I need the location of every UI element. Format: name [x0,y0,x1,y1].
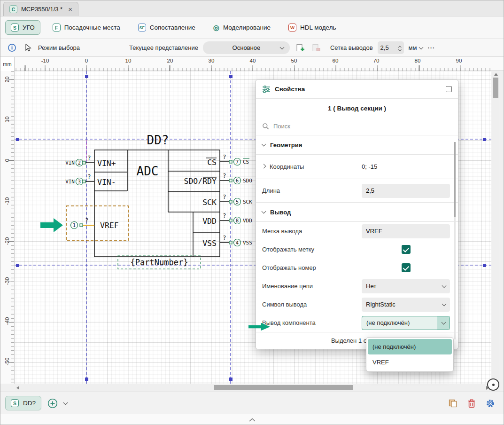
pin-label-sck: SCK [202,198,217,207]
vertical-scrollbar-thumb[interactable] [493,78,498,98]
part-number-label: {PartNumber} [131,258,188,267]
add-view-button[interactable] [295,42,306,54]
delete-view-button [310,42,322,54]
pin-question-mark: ? [87,173,91,180]
symbol-icon: S [11,24,19,31]
chevron-down-icon[interactable] [63,400,68,405]
row-net-naming: Именование цепи Нет [256,277,458,295]
pin-number: 7 [236,159,239,165]
copy-icon[interactable] [447,398,458,409]
float-panel-checkbox[interactable] [446,86,452,92]
tab-ugo[interactable]: S УГО [5,20,40,35]
symbol-body[interactable]: DD? ADC VIN+ VIN- CS SDO/RDY [94,133,220,257]
ruler-tick: 50 [291,58,297,63]
select-mode-label: Режим выбора [38,44,80,51]
section-chip[interactable]: S DD? [5,396,41,410]
selection-title: 1 ( Вывод секции ) [256,99,458,118]
add-section-button[interactable] [47,398,58,409]
ruler-tick: 60 [333,58,339,63]
properties-panel: Свойства 1 ( Вывод секции ) Геометрия Ко… [256,79,458,349]
pin-cs[interactable]: ? 7 CS [220,153,249,165]
delete-icon[interactable] [466,398,477,409]
chevron-right-icon[interactable] [262,164,266,168]
ruler-tick: 0 [85,58,88,63]
length-input[interactable] [362,184,450,198]
row-length: Длина [256,179,458,203]
select-cursor-icon[interactable] [22,42,33,54]
core-label: ADC [137,164,159,178]
pin-grid-stepper[interactable]: 2,5 [378,41,404,54]
pin-label-cs: CS [207,158,217,167]
pin-label-input[interactable] [362,224,450,238]
document-tab-bar: C MCP3550/1/3 * × [0,0,504,16]
tab-simulation-label: Моделирование [223,24,271,31]
ruler-unit-label: mm [0,57,15,71]
coordinates-label: Координаты [270,163,304,170]
row-pin-symbol: Символ вывода RightStatic [256,295,458,314]
settings-gear-icon[interactable] [485,398,496,409]
pin-label-label: Метка вывода [262,228,302,235]
pin-number: 4 [236,240,239,245]
net-naming-select[interactable]: Нет [362,279,450,293]
panel-title: Свойства [275,86,305,93]
ruler-tick: -10 [41,58,49,63]
scroll-left-icon[interactable] [16,386,19,390]
document-tab[interactable]: C MCP3550/1/3 * × [3,2,78,16]
close-tab-icon[interactable]: × [68,5,72,13]
pin-question-mark: ? [223,212,226,219]
vertical-ruler: 20 10 0 -10 -20 -30 -40 -50 [0,71,15,384]
pin-number: 5 [236,199,239,205]
show-label-label: Отображать метку [262,246,314,253]
tab-simulation[interactable]: ◎ Моделирование [208,20,276,35]
section-pin[interactable]: Вывод [256,203,458,222]
pin-symbol-select[interactable]: RightStatic [362,298,450,312]
collapse-panel-handle[interactable] [0,414,504,425]
part-number-attribute[interactable]: {PartNumber} [118,256,201,269]
units-select[interactable]: мм [409,44,423,51]
pin-vin-plus[interactable]: ? 2 VIN [65,154,94,166]
component-pin-dropdown: (не подключён) VREF [366,337,454,372]
component-pin-value: (не подключён) [366,319,410,326]
pin-vdd[interactable]: ? 8 VDD [220,212,252,224]
info-icon[interactable] [6,42,17,54]
vertical-scrollbar[interactable] [492,71,499,392]
pin-vin-minus[interactable]: ? 3 VIN [65,173,94,185]
net-label: VIN [65,179,75,185]
tab-hdl-model[interactable]: W HDL модель [283,20,342,35]
pin-label-vdd: VDD [202,217,217,226]
show-label-checkbox[interactable] [402,245,411,254]
search-input[interactable] [273,123,452,130]
pin-vref-selected[interactable]: ? 1 VREF [66,206,128,241]
component-icon: C [9,5,17,13]
component-pin-select[interactable]: (не подключён) [362,316,450,330]
editor-area: 20 10 0 -10 -20 -30 -40 -50 [0,71,504,392]
scroll-up-icon[interactable] [494,73,498,76]
application-window: C MCP3550/1/3 * × S УГО F Посадочные мес… [0,0,504,425]
dropdown-option-not-connected[interactable]: (не подключён) [368,339,452,354]
pan-button[interactable] [487,378,499,391]
ruler-tick: 30 [209,58,215,63]
tab-mapping[interactable]: SF Сопоставление [132,20,201,35]
section-geometry[interactable]: Геометрия [256,135,458,155]
symbol-icon: S [11,399,19,407]
horizontal-scrollbar[interactable] [15,384,492,392]
pin-label-sdo-rdy: SDO/RDY [184,177,217,186]
current-view-label: Текущее представление [129,44,198,51]
ruler-tick: 20 [167,58,173,63]
chevron-down-icon [442,301,446,306]
horizontal-scrollbar-thumb[interactable] [214,385,353,390]
pin-sck[interactable]: ? 5 SCK [220,193,252,205]
toolbar-overflow-button[interactable]: ··· [427,44,435,51]
component-pin-label: Вывод компонента [262,319,316,326]
length-label: Длина [262,187,280,194]
dropdown-option-vref[interactable]: VREF [368,354,452,370]
section-geometry-title: Геометрия [270,142,302,149]
tab-footprints[interactable]: F Посадочные места [47,20,126,35]
view-select[interactable]: Основное [203,41,290,54]
pin-vss[interactable]: ? 4 VSS [220,234,252,246]
stepper-down-icon[interactable] [398,48,401,51]
pin-sdo-rdy[interactable]: ? 6 SDO [220,172,252,184]
designator-label[interactable]: DD? [147,133,169,147]
show-number-checkbox[interactable] [402,263,411,272]
panel-scrollbar-thumb[interactable] [454,142,456,217]
